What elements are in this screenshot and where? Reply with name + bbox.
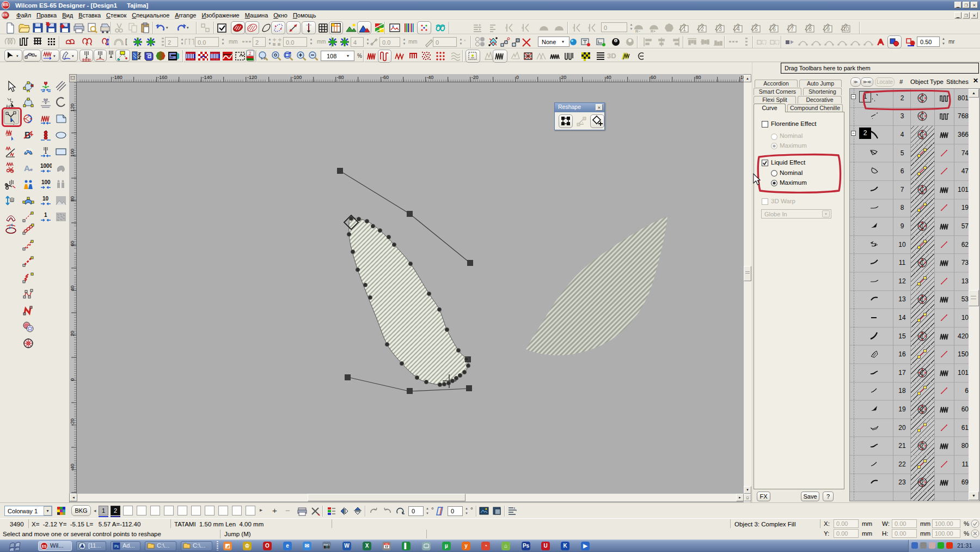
svg-text:R−: R− <box>635 29 640 33</box>
svg-text:6: 6 <box>773 26 776 32</box>
svg-text:10: 10 <box>42 196 49 202</box>
svg-text:1: 1 <box>683 26 686 32</box>
svg-text:Ps: Ps <box>114 544 119 548</box>
svg-text:1: 1 <box>44 212 47 218</box>
svg-text:2: 2 <box>701 26 704 32</box>
svg-text:8: 8 <box>808 26 812 32</box>
svg-text:5: 5 <box>755 26 758 32</box>
svg-text:1:1: 1:1 <box>261 57 266 60</box>
svg-text:A: A <box>24 163 30 173</box>
svg-text:3: 3 <box>719 26 722 32</box>
svg-text:R+: R+ <box>651 29 656 33</box>
svg-text:ES: ES <box>42 544 47 548</box>
svg-text:7: 7 <box>791 26 794 32</box>
svg-text:1000: 1000 <box>40 163 52 169</box>
svg-text:9: 9 <box>826 26 830 32</box>
svg-text:100: 100 <box>41 179 51 185</box>
svg-text:2: 2 <box>248 51 251 56</box>
svg-text:4: 4 <box>737 26 740 32</box>
